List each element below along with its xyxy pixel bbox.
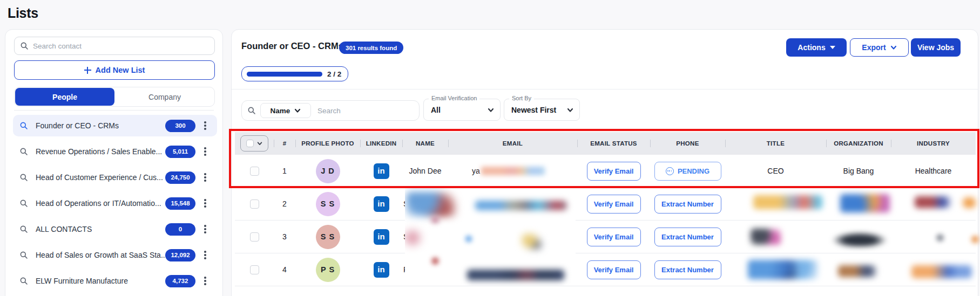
extract-number-label: Extract Number bbox=[661, 200, 714, 208]
row-checkbox[interactable] bbox=[250, 199, 259, 209]
progress-label: 2 / 2 bbox=[327, 70, 341, 78]
contact-name: John Dee bbox=[402, 155, 448, 187]
extract-number-button[interactable]: Extract Number bbox=[654, 260, 721, 279]
table-row: 4 P S in P Verify Email Extract Number bbox=[235, 253, 976, 286]
view-jobs-button[interactable]: View Jobs bbox=[911, 38, 961, 57]
caret-down-icon bbox=[830, 46, 835, 49]
list-count-badge: 300 bbox=[165, 120, 195, 132]
sidebar-item-all-contacts[interactable]: ALL CONTACTS 0 bbox=[13, 218, 217, 240]
col-header-email-status: EMAIL STATUS bbox=[577, 132, 650, 155]
contact-search-input[interactable] bbox=[33, 42, 209, 50]
sidebar-item-elw-furniture[interactable]: ELW Furniture Manufacture 4,732 bbox=[13, 270, 217, 292]
table-search-input[interactable] bbox=[317, 107, 414, 115]
verify-email-button[interactable]: Verify Email bbox=[587, 195, 641, 214]
select-all-control[interactable] bbox=[240, 135, 268, 152]
page-title: Lists bbox=[8, 5, 38, 21]
search-icon bbox=[19, 121, 28, 130]
row-checkbox[interactable] bbox=[250, 167, 259, 176]
kebab-menu-icon[interactable] bbox=[202, 276, 208, 286]
row-checkbox[interactable] bbox=[250, 265, 259, 274]
chevron-down-icon bbox=[488, 107, 494, 113]
verify-email-label: Verify Email bbox=[594, 233, 634, 241]
col-header-number: # bbox=[274, 132, 295, 155]
col-header-organization: ORGANIZATION bbox=[826, 132, 891, 155]
search-icon bbox=[19, 225, 28, 233]
search-by-value: Name bbox=[271, 107, 290, 115]
add-new-list-button[interactable]: Add New List bbox=[14, 60, 215, 80]
redacted-blob bbox=[467, 270, 564, 280]
kebab-menu-icon[interactable] bbox=[202, 250, 208, 260]
search-by-dropdown[interactable]: Name bbox=[260, 103, 311, 118]
col-header-email: EMAIL bbox=[448, 132, 577, 155]
pending-label: PENDING bbox=[678, 167, 709, 175]
select-all-checkbox[interactable] bbox=[246, 140, 254, 147]
tab-company[interactable]: Company bbox=[115, 87, 214, 106]
verify-email-button[interactable]: Verify Email bbox=[587, 260, 641, 279]
results-count-badge: 301 results found bbox=[339, 42, 403, 54]
search-icon bbox=[19, 277, 28, 285]
chevron-down-icon bbox=[257, 141, 262, 146]
verify-email-button[interactable]: Verify Email bbox=[587, 162, 641, 181]
contact-search-field[interactable] bbox=[14, 37, 215, 55]
sidebar-item-head-of-customer-experience[interactable]: Head of Customer Experience / Cus... 24,… bbox=[13, 167, 217, 188]
avatar: S S bbox=[316, 225, 340, 249]
list-name: Revenue Operations / Sales Enable... bbox=[36, 147, 162, 156]
email-prefix: ya bbox=[472, 167, 480, 175]
kebab-menu-icon[interactable] bbox=[202, 147, 208, 156]
verify-email-button[interactable]: Verify Email bbox=[587, 228, 641, 246]
export-button[interactable]: Export bbox=[850, 38, 909, 57]
redacted-blob bbox=[431, 257, 440, 265]
col-header-title: TITLE bbox=[725, 132, 826, 155]
sort-by-dropdown[interactable]: Sort By Newest First bbox=[504, 99, 580, 121]
table-row: 3 S S in S Verify Email Extract Number bbox=[235, 221, 976, 253]
list-name: Founder or CEO - CRMs bbox=[36, 121, 119, 130]
list-name: Head of Sales or Growth at SaaS Sta... bbox=[36, 251, 167, 259]
col-header-phone: PHONE bbox=[650, 132, 725, 155]
search-icon bbox=[19, 173, 28, 182]
search-icon bbox=[247, 106, 256, 115]
linkedin-icon[interactable]: in bbox=[374, 229, 389, 245]
kebab-menu-icon[interactable] bbox=[202, 121, 208, 130]
email-verification-dropdown[interactable]: Email Verification All bbox=[423, 99, 501, 121]
list-count-badge: 12,092 bbox=[165, 249, 195, 261]
tab-people[interactable]: People bbox=[15, 88, 114, 106]
redacted-blob bbox=[464, 235, 473, 243]
sidebar-item-head-of-sales[interactable]: Head of Sales or Growth at SaaS Sta... 1… bbox=[13, 244, 217, 266]
sort-by-value: Newest First bbox=[511, 99, 556, 120]
kebab-menu-icon[interactable] bbox=[202, 224, 208, 234]
chevron-down-icon bbox=[294, 107, 301, 114]
extract-number-button[interactable]: Extract Number bbox=[654, 195, 721, 214]
kebab-menu-icon[interactable] bbox=[202, 198, 208, 208]
list-count-badge: 5,011 bbox=[165, 146, 195, 158]
linkedin-icon[interactable]: in bbox=[374, 163, 389, 179]
verify-email-label: Verify Email bbox=[594, 200, 634, 208]
sidebar-item-revenue-operations[interactable]: Revenue Operations / Sales Enable... 5,0… bbox=[13, 141, 217, 162]
add-new-list-label: Add New List bbox=[96, 66, 145, 74]
extract-number-label: Extract Number bbox=[661, 233, 714, 241]
row-checkbox[interactable] bbox=[250, 232, 259, 242]
actions-button[interactable]: Actions bbox=[786, 38, 847, 57]
view-jobs-label: View Jobs bbox=[917, 43, 954, 52]
contact-industry: Healthcare bbox=[891, 155, 976, 187]
redacted-blob bbox=[406, 192, 457, 217]
list-name: ELW Furniture Manufacture bbox=[36, 277, 128, 285]
table-row: 2 S S in S Verify Email Extract Number bbox=[235, 188, 976, 221]
avatar: S S bbox=[316, 192, 340, 216]
contact-title: CEO bbox=[725, 155, 826, 187]
sidebar-item-founder-or-ceo-crms[interactable]: Founder or CEO - CRMs 300 bbox=[13, 115, 217, 136]
extract-number-label: Extract Number bbox=[661, 266, 714, 274]
list-count-badge: 15,548 bbox=[165, 197, 195, 210]
search-icon bbox=[19, 199, 28, 208]
extract-number-button[interactable]: Extract Number bbox=[654, 228, 721, 246]
kebab-menu-icon[interactable] bbox=[202, 173, 208, 182]
list-count-badge: 0 bbox=[165, 223, 195, 236]
linkedin-icon[interactable]: in bbox=[374, 262, 389, 278]
phone-pending-button[interactable]: PENDING bbox=[654, 162, 721, 181]
contact-organization: Big Bang bbox=[826, 155, 891, 187]
list-count-badge: 24,750 bbox=[165, 171, 195, 184]
linkedin-icon[interactable]: in bbox=[374, 196, 389, 212]
sidebar-item-head-of-operations[interactable]: Head of Operations or IT/Automatio... 15… bbox=[13, 192, 217, 214]
redacted-blob bbox=[429, 217, 441, 223]
redacted-blob bbox=[521, 234, 542, 249]
avatar: J D bbox=[316, 159, 340, 183]
